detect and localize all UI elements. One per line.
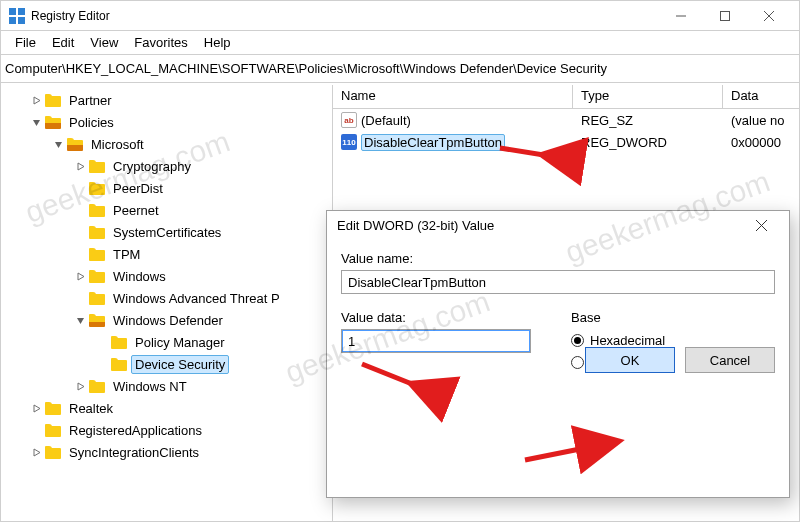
- tree-item-label: SyncIntegrationClients: [65, 443, 203, 462]
- maximize-button[interactable]: [703, 1, 747, 31]
- tree-item-label: TPM: [109, 245, 144, 264]
- menu-view[interactable]: View: [82, 33, 126, 52]
- dialog-title: Edit DWORD (32-bit) Value: [337, 218, 494, 233]
- menu-help[interactable]: Help: [196, 33, 239, 52]
- tree-item[interactable]: Peernet: [1, 199, 332, 221]
- dialog-titlebar: Edit DWORD (32-bit) Value: [327, 211, 789, 241]
- tree-item[interactable]: Cryptography: [1, 155, 332, 177]
- col-name[interactable]: Name: [333, 85, 573, 108]
- folder-icon: [89, 380, 105, 393]
- spacer-icon: [95, 357, 109, 371]
- svg-rect-0: [9, 8, 16, 15]
- value-name: (Default): [361, 113, 411, 128]
- tree-item[interactable]: Policy Manager: [1, 331, 332, 353]
- tree-item-label: Device Security: [131, 355, 229, 374]
- folder-icon: [89, 292, 105, 305]
- minimize-button[interactable]: [659, 1, 703, 31]
- folder-icon: [89, 204, 105, 217]
- folder-icon: [45, 94, 61, 107]
- folder-icon: [89, 160, 105, 173]
- tree-item-label: PeerDist: [109, 179, 167, 198]
- spacer-icon: [73, 225, 87, 239]
- spacer-icon: [73, 181, 87, 195]
- dialog-close-button[interactable]: [743, 212, 779, 240]
- tree-item[interactable]: PeerDist: [1, 177, 332, 199]
- tree-item-label: Policy Manager: [131, 333, 229, 352]
- tree-item[interactable]: Policies: [1, 111, 332, 133]
- value-data-label: Value data:: [341, 310, 551, 325]
- tree-item-label: Policies: [65, 113, 118, 132]
- folder-icon: [67, 138, 83, 151]
- folder-icon: [89, 314, 105, 327]
- tree-item-label: Cryptography: [109, 157, 195, 176]
- close-icon: [756, 220, 767, 231]
- folder-icon: [45, 116, 61, 129]
- chevron-right-icon[interactable]: [29, 445, 43, 459]
- folder-icon: [89, 270, 105, 283]
- value-name: DisableClearTpmButton: [361, 134, 505, 151]
- tree-item[interactable]: Windows Advanced Threat P: [1, 287, 332, 309]
- registry-tree[interactable]: PartnerPoliciesMicrosoftCryptographyPeer…: [1, 85, 333, 521]
- chevron-down-icon[interactable]: [73, 313, 87, 327]
- tree-item-label: RegisteredApplications: [65, 421, 206, 440]
- radio-hex-label: Hexadecimal: [590, 333, 665, 348]
- tree-item-label: Windows NT: [109, 377, 191, 396]
- ok-button[interactable]: OK: [585, 347, 675, 373]
- menu-edit[interactable]: Edit: [44, 33, 82, 52]
- col-type[interactable]: Type: [573, 85, 723, 108]
- folder-icon: [89, 182, 105, 195]
- chevron-right-icon[interactable]: [73, 269, 87, 283]
- tree-item[interactable]: Windows Defender: [1, 309, 332, 331]
- tree-item[interactable]: SyncIntegrationClients: [1, 441, 332, 463]
- minimize-icon: [676, 11, 686, 21]
- chevron-right-icon[interactable]: [73, 159, 87, 173]
- tree-item-label: Microsoft: [87, 135, 148, 154]
- maximize-icon: [720, 11, 730, 21]
- tree-item-label: Realtek: [65, 399, 117, 418]
- chevron-down-icon[interactable]: [51, 137, 65, 151]
- list-row[interactable]: 110DisableClearTpmButtonREG_DWORD0x00000: [333, 131, 799, 153]
- list-header: Name Type Data: [333, 85, 799, 109]
- spacer-icon: [95, 335, 109, 349]
- window-title: Registry Editor: [31, 9, 110, 23]
- tree-item[interactable]: Device Security: [1, 353, 332, 375]
- chevron-right-icon[interactable]: [29, 401, 43, 415]
- chevron-down-icon[interactable]: [29, 115, 43, 129]
- tree-item[interactable]: Partner: [1, 89, 332, 111]
- tree-item-label: Peernet: [109, 201, 163, 220]
- address-bar[interactable]: Computer\HKEY_LOCAL_MACHINE\SOFTWARE\Pol…: [1, 55, 799, 83]
- menu-file[interactable]: File: [7, 33, 44, 52]
- folder-icon: [89, 248, 105, 261]
- col-data[interactable]: Data: [723, 85, 799, 108]
- tree-item[interactable]: Realtek: [1, 397, 332, 419]
- value-name-label: Value name:: [341, 251, 775, 266]
- tree-item[interactable]: Windows: [1, 265, 332, 287]
- value-type: REG_DWORD: [573, 134, 723, 151]
- tree-item[interactable]: TPM: [1, 243, 332, 265]
- tree-item-label: Windows Defender: [109, 311, 227, 330]
- tree-item[interactable]: Windows NT: [1, 375, 332, 397]
- folder-icon: [111, 336, 127, 349]
- close-button[interactable]: [747, 1, 791, 31]
- tree-item[interactable]: Microsoft: [1, 133, 332, 155]
- cancel-button[interactable]: Cancel: [685, 347, 775, 373]
- chevron-right-icon[interactable]: [29, 93, 43, 107]
- reg-sz-icon: ab: [341, 112, 357, 128]
- value-name-input[interactable]: [341, 270, 775, 294]
- list-row[interactable]: ab(Default)REG_SZ(value no: [333, 109, 799, 131]
- menu-favorites[interactable]: Favorites: [126, 33, 195, 52]
- spacer-icon: [73, 291, 87, 305]
- tree-item[interactable]: RegisteredApplications: [1, 419, 332, 441]
- value-data-input[interactable]: [341, 329, 531, 353]
- tree-item-label: Windows Advanced Threat P: [109, 289, 284, 308]
- value-type: REG_SZ: [573, 112, 723, 129]
- address-text: Computer\HKEY_LOCAL_MACHINE\SOFTWARE\Pol…: [5, 61, 607, 76]
- reg-dword-icon: 110: [341, 134, 357, 150]
- tree-item[interactable]: SystemCertificates: [1, 221, 332, 243]
- edit-dword-dialog: Edit DWORD (32-bit) Value Value name: Va…: [326, 210, 790, 498]
- folder-icon: [45, 402, 61, 415]
- base-label: Base: [571, 310, 775, 325]
- chevron-right-icon[interactable]: [73, 379, 87, 393]
- tree-item-label: Windows: [109, 267, 170, 286]
- tree-item-label: SystemCertificates: [109, 223, 225, 242]
